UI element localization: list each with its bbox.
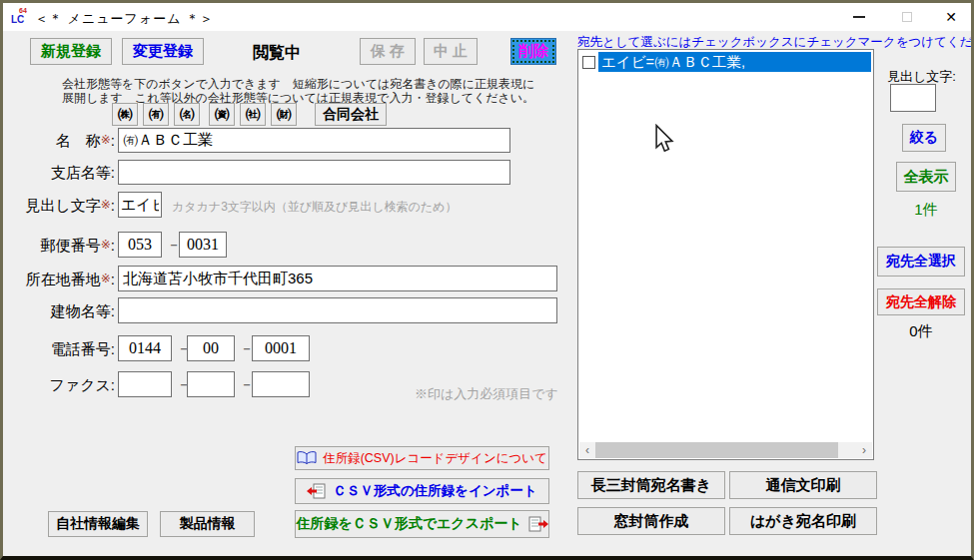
app-window: 64 LC ＜＊ メニューフォーム ＊＞ ✕ 新規登録 変更登録 閲覧中 保 存… xyxy=(0,0,974,560)
postal-label: 郵便番号※: xyxy=(13,237,115,256)
app-icon-64: 64 xyxy=(19,7,27,14)
name-label: 名 称※: xyxy=(13,132,115,151)
building-input[interactable] xyxy=(118,297,557,323)
delete-button[interactable]: 削除 xyxy=(510,38,556,65)
index-label-colon: : xyxy=(111,197,115,214)
address-label-text: 所在地番地 xyxy=(26,271,101,287)
address-required-mark: ※ xyxy=(101,272,111,285)
phone-input-2[interactable] xyxy=(187,335,235,361)
book-icon xyxy=(297,451,317,465)
csv-import-label: ＣＳＶ形式の住所録をインポート xyxy=(333,482,536,500)
postal-code-input-2[interactable] xyxy=(179,232,227,258)
select-all-recipients-button[interactable]: 宛先全選択 xyxy=(877,247,965,277)
company-type-shi-button[interactable]: ㈾ xyxy=(209,103,235,126)
import-icon xyxy=(307,483,327,499)
fax-input-1[interactable] xyxy=(118,371,172,397)
name-label-colon: : xyxy=(111,132,115,149)
letter-print-button[interactable]: 通信文印刷 xyxy=(729,471,877,499)
scrollbar-thumb[interactable] xyxy=(595,442,838,458)
company-type-sha-button[interactable]: ㈳ xyxy=(240,103,266,126)
show-all-button[interactable]: 全表示 xyxy=(896,162,956,192)
maximize-icon xyxy=(902,12,912,22)
company-type-godo-button[interactable]: 合同会社 xyxy=(315,103,387,126)
long3-envelope-button[interactable]: 長三封筒宛名書き xyxy=(577,471,725,499)
branch-label-colon: : xyxy=(111,164,115,181)
branch-label-text: 支店名等 xyxy=(51,164,111,181)
csv-export-label: 住所録をＣＳＶ形式でエクスポート xyxy=(296,515,521,533)
title-bar: 64 LC ＜＊ メニューフォーム ＊＞ ✕ xyxy=(3,3,971,31)
branch-label: 支店名等: xyxy=(13,164,115,183)
mode-status-label: 閲覧中 xyxy=(253,43,301,64)
filter-button[interactable]: 絞る xyxy=(902,124,946,152)
phone-input-1[interactable] xyxy=(118,335,172,361)
company-type-yu-button[interactable]: ㈲ xyxy=(143,103,169,126)
app-icon-lc: LC xyxy=(11,15,24,25)
export-icon xyxy=(528,516,548,532)
csv-record-design-button[interactable]: 住所録(CSV)レコードデザインについて xyxy=(295,446,549,470)
required-note: ※印は入力必須項目です xyxy=(415,385,558,403)
csv-import-button[interactable]: ＣＳＶ形式の住所録をインポート xyxy=(295,478,549,504)
save-button: 保 存 xyxy=(360,38,416,65)
horizontal-scrollbar[interactable]: ‹ › xyxy=(579,442,872,458)
fax-label: ファクス: xyxy=(13,376,115,395)
phone-label-colon: : xyxy=(111,340,115,357)
clear-all-recipients-button[interactable]: 宛先全解除 xyxy=(877,288,965,315)
cancel-button: 中 止 xyxy=(424,38,478,65)
building-label: 建物名等: xyxy=(13,302,115,321)
shown-count: 1件 xyxy=(896,201,956,220)
fax-label-text: ファクス xyxy=(49,376,110,393)
address-input[interactable] xyxy=(118,266,557,291)
list-item-label[interactable]: エイビ=㈲ＡＢＣ工業, xyxy=(598,52,871,72)
postal-label-colon: : xyxy=(111,237,115,254)
scroll-right-icon[interactable]: › xyxy=(856,442,872,458)
index-filter-input[interactable] xyxy=(890,84,936,112)
product-info-button[interactable]: 製品情報 xyxy=(160,511,255,537)
close-button[interactable]: ✕ xyxy=(934,3,968,31)
csv-record-design-label: 住所録(CSV)レコードデザインについて xyxy=(323,450,547,467)
recipient-checkbox[interactable] xyxy=(582,56,595,69)
fax-input-3[interactable] xyxy=(252,371,310,397)
building-label-colon: : xyxy=(111,302,115,319)
index-label: 見出し文字※: xyxy=(13,197,115,216)
postcard-print-button[interactable]: はがき宛名印刷 xyxy=(729,507,877,535)
postal-label-text: 郵便番号 xyxy=(41,237,101,254)
company-type-mei-button[interactable]: ㈴ xyxy=(174,103,200,126)
index-input[interactable] xyxy=(118,192,162,218)
window-envelope-button[interactable]: 窓封筒作成 xyxy=(577,507,725,535)
fax-input-2[interactable] xyxy=(187,371,235,397)
phone-label-text: 電話番号 xyxy=(51,340,111,357)
branch-input[interactable] xyxy=(118,160,510,185)
selected-count: 0件 xyxy=(877,322,965,341)
window-title: ＜＊ メニューフォーム ＊＞ xyxy=(35,10,214,28)
building-label-text: 建物名等 xyxy=(51,302,111,319)
recipient-listbox[interactable]: エイビ=㈲ＡＢＣ工業, ‹ › xyxy=(577,49,874,460)
modify-record-button[interactable]: 変更登録 xyxy=(122,38,204,65)
name-label-text: 名 称 xyxy=(56,132,101,149)
postal-required-mark: ※ xyxy=(101,238,111,252)
phone-label: 電話番号: xyxy=(13,340,115,359)
list-item[interactable]: エイビ=㈲ＡＢＣ工業, xyxy=(580,52,871,72)
maximize-button xyxy=(890,3,924,31)
postal-code-input-1[interactable] xyxy=(118,232,162,258)
index-required-mark: ※ xyxy=(101,198,111,212)
company-info-edit-button[interactable]: 自社情報編集 xyxy=(48,511,148,537)
company-type-zai-button[interactable]: ㈶ xyxy=(271,103,297,126)
csv-export-button[interactable]: 住所録をＣＳＶ形式でエクスポート xyxy=(295,510,549,538)
app-icon: 64 LC xyxy=(10,7,32,27)
new-record-button[interactable]: 新規登録 xyxy=(30,38,112,65)
address-label: 所在地番地※: xyxy=(13,271,115,289)
company-type-kabu-button[interactable]: ㈱ xyxy=(112,103,138,126)
address-label-colon: : xyxy=(111,271,115,287)
index-note: カタカナ3文字以内（並び順及び見出し検索のため） xyxy=(172,199,458,216)
index-label-text: 見出し文字 xyxy=(25,197,100,214)
phone-input-3[interactable] xyxy=(252,335,310,361)
name-input[interactable] xyxy=(118,128,510,153)
scroll-left-icon[interactable]: ‹ xyxy=(579,442,595,458)
name-required-mark: ※ xyxy=(101,133,111,147)
fax-label-colon: : xyxy=(111,376,115,393)
minimize-button[interactable] xyxy=(842,3,876,31)
minimize-icon xyxy=(853,16,865,18)
